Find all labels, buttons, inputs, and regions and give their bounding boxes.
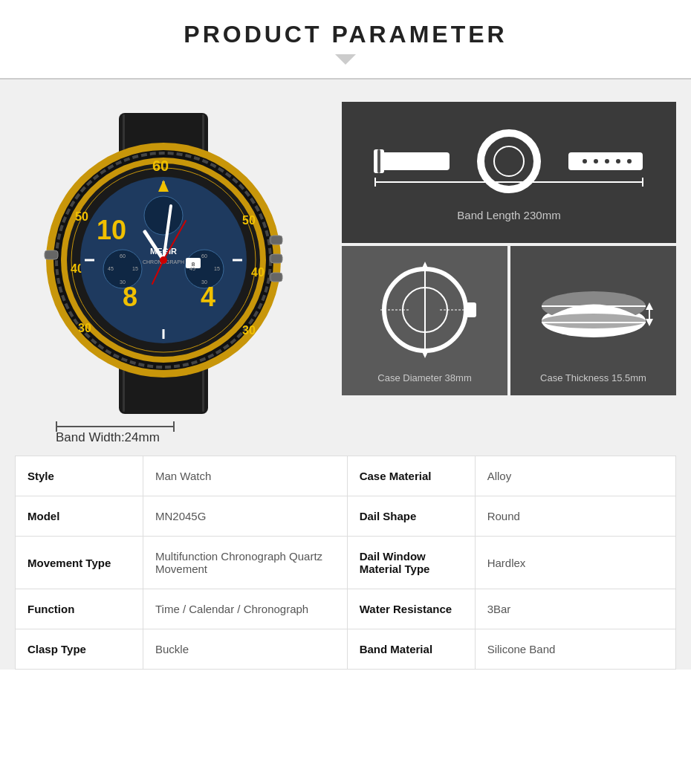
svg-point-66	[605, 159, 609, 163]
svg-point-62	[494, 146, 524, 176]
svg-text:60: 60	[152, 158, 169, 174]
page-title: PRODUCT PARAMETER	[0, 21, 691, 48]
table-label-col1: Clasp Type	[16, 629, 143, 670]
svg-point-41	[160, 256, 167, 264]
band-width-bracket-line	[56, 426, 175, 427]
svg-text:50: 50	[75, 210, 88, 223]
svg-marker-86	[646, 302, 653, 310]
svg-text:30: 30	[120, 279, 126, 285]
specs-table: StyleMan WatchCase MaterialAlloyModelMN2…	[15, 456, 676, 670]
table-row: Movement TypeMultifunction Chronograph Q…	[16, 537, 676, 589]
table-label-col2: Band Material	[347, 629, 475, 670]
svg-text:30: 30	[201, 279, 207, 285]
svg-point-64	[583, 159, 587, 163]
band-length-label: Band Length 230mm	[457, 209, 560, 221]
panel-bottom: Case Diameter 38mm	[342, 246, 676, 395]
band-length-diagram	[368, 124, 650, 198]
case-thickness-diagram	[534, 258, 653, 362]
svg-rect-6	[123, 366, 125, 412]
watch-image-container: TACHYMETER 60 50 40 30 50 40 30	[15, 102, 312, 421]
svg-rect-58	[375, 152, 450, 170]
svg-text:4: 4	[201, 282, 215, 312]
svg-point-67	[616, 159, 620, 163]
table-value-col2: Round	[475, 496, 675, 537]
svg-text:45: 45	[189, 266, 195, 271]
table-label-col2: Water Resistance	[347, 589, 475, 629]
svg-text:50: 50	[242, 214, 256, 227]
table-value-col1: Multifunction Chronograph Quartz Movemen…	[143, 537, 347, 589]
case-diameter-diagram	[366, 258, 484, 362]
table-value-col2: 3Bar	[475, 589, 675, 629]
table-row: StyleMan WatchCase MaterialAlloy	[16, 456, 676, 496]
table-label-col2: Case Material	[347, 456, 475, 496]
svg-rect-45	[270, 254, 282, 263]
table-row: FunctionTime / Calendar / ChronographWat…	[16, 589, 676, 629]
table-label-col2: Dail Window Material Type	[347, 537, 475, 589]
band-length-panel: Band Length 230mm	[342, 102, 676, 243]
header-arrow-icon	[0, 54, 691, 65]
svg-rect-74	[464, 302, 476, 317]
table-row: ModelMN2045GDail ShapeRound	[16, 496, 676, 537]
svg-marker-76	[421, 262, 429, 271]
svg-rect-60	[377, 149, 380, 173]
band-width-bracket	[56, 426, 175, 427]
svg-marker-87	[646, 319, 653, 326]
case-diameter-panel: Case Diameter 38mm	[342, 246, 507, 395]
svg-text:60: 60	[120, 253, 126, 259]
table-label-col1: Style	[16, 456, 143, 496]
top-section: TACHYMETER 60 50 40 30 50 40 30	[15, 102, 676, 445]
svg-text:30: 30	[78, 322, 91, 334]
case-thickness-panel: Case Thickness 15.5mm	[510, 246, 676, 395]
case-thickness-label: Case Thickness 15.5mm	[540, 372, 646, 383]
svg-point-82	[542, 314, 646, 328]
svg-text:10: 10	[97, 215, 126, 245]
svg-point-65	[594, 159, 598, 163]
table-value-col2: Alloy	[475, 456, 675, 496]
svg-text:15: 15	[214, 266, 220, 271]
watch-illustration: TACHYMETER 60 50 40 30 50 40 30	[22, 106, 305, 418]
svg-text:30: 30	[242, 324, 256, 337]
svg-point-61	[481, 133, 537, 189]
specs-panels: Band Length 230mm	[342, 102, 676, 395]
table-label-col1: Function	[16, 589, 143, 629]
svg-text:45: 45	[108, 266, 114, 271]
svg-text:40: 40	[251, 266, 265, 279]
table-row: Clasp TypeBuckleBand MaterialSilicone Ba…	[16, 629, 676, 670]
svg-rect-47	[270, 273, 282, 282]
band-width-label: Band Width:24mm	[56, 430, 160, 445]
table-value-col1: MN2045G	[143, 496, 347, 537]
table-value-col2: Silicone Band	[475, 629, 675, 670]
table-value-col1: Buckle	[143, 629, 347, 670]
svg-rect-48	[45, 250, 58, 259]
page-header: PRODUCT PARAMETER	[0, 0, 691, 80]
svg-text:8: 8	[123, 282, 137, 312]
table-label-col1: Model	[16, 496, 143, 537]
table-value-col2: Hardlex	[475, 537, 675, 589]
svg-text:15: 15	[132, 266, 138, 271]
band-width-indicator: Band Width:24mm	[15, 426, 327, 445]
svg-text:60: 60	[201, 253, 207, 259]
svg-point-23	[144, 196, 183, 235]
table-value-col1: Time / Calendar / Chronograph	[143, 589, 347, 629]
table-value-col1: Man Watch	[143, 456, 347, 496]
svg-point-68	[627, 159, 632, 163]
svg-rect-7	[202, 366, 204, 412]
svg-marker-77	[421, 349, 429, 358]
watch-image-area: TACHYMETER 60 50 40 30 50 40 30	[15, 102, 327, 445]
svg-rect-43	[270, 236, 282, 244]
table-label-col1: Movement Type	[16, 537, 143, 589]
main-content: TACHYMETER 60 50 40 30 50 40 30	[0, 80, 691, 670]
table-label-col2: Dail Shape	[347, 496, 475, 537]
case-diameter-label: Case Diameter 38mm	[377, 372, 471, 383]
